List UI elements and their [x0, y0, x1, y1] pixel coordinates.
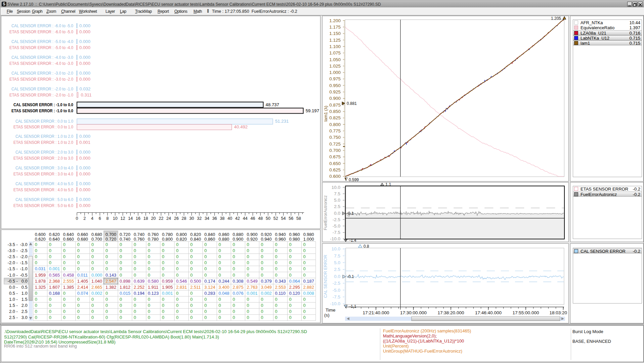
- svg-text:0.680: 0.680: [77, 237, 88, 242]
- svg-text:0: 0: [105, 248, 108, 253]
- svg-text:0: 0: [204, 309, 207, 314]
- svg-text:0: 0: [176, 303, 178, 308]
- svg-text:0.000: 0.000: [79, 29, 90, 34]
- svg-text:-2.5: -2.5: [333, 217, 340, 222]
- svg-text:0.640: 0.640: [49, 237, 60, 242]
- svg-text:0.008: 0.008: [303, 291, 314, 296]
- svg-text:3.0: 3.0: [22, 315, 28, 320]
- svg-text:CAL SENSOR ERROR : 1.0 to 2.0: CAL SENSOR ERROR : 1.0 to 2.0: [15, 134, 73, 139]
- svg-text:0.775: 0.775: [329, 128, 341, 133]
- svg-text:0: 0: [35, 291, 37, 296]
- svg-text:0.000: 0.000: [79, 171, 90, 176]
- svg-text:0: 0: [247, 297, 249, 302]
- svg-text:0: 0: [91, 254, 94, 259]
- svg-text:0: 0: [162, 309, 164, 314]
- svg-text:17:55:00.000: 17:55:00.000: [513, 310, 539, 315]
- svg-text:0: 0: [91, 266, 94, 271]
- svg-text:0.920: 0.920: [247, 237, 257, 242]
- svg-text:0: 0: [261, 254, 263, 259]
- svg-text:42: 42: [235, 216, 240, 221]
- svg-text:0.000: 0.000: [79, 181, 90, 186]
- svg-text:0: 0: [105, 260, 108, 265]
- svg-text:0: 0: [247, 266, 249, 271]
- svg-text:0: 0: [289, 260, 292, 265]
- svg-text:0: 0: [134, 297, 136, 302]
- svg-text:0: 0: [162, 260, 164, 265]
- svg-text:0: 0: [176, 297, 178, 302]
- svg-text:2.295: 2.295: [289, 285, 300, 290]
- svg-text:0: 0: [247, 248, 249, 253]
- svg-text:CAL SENSOR ERROR : -4.0 to -3.: CAL SENSOR ERROR : -4.0 to -3.0: [11, 55, 73, 60]
- svg-text:0: 0: [247, 254, 249, 259]
- svg-text:12: 12: [121, 216, 125, 221]
- svg-text:0: 0: [261, 297, 263, 302]
- svg-text:-10.0: -10.0: [330, 236, 340, 241]
- svg-text:2.5: 2.5: [334, 204, 340, 209]
- svg-text:0: 0: [63, 297, 66, 302]
- svg-text:1.0 -: 1.0 -: [9, 297, 18, 302]
- svg-text:0.700: 0.700: [105, 232, 116, 237]
- svg-text:0: 0: [148, 303, 150, 308]
- svg-text:1.000: 1.000: [329, 70, 341, 75]
- svg-text:0: 0: [218, 309, 221, 314]
- svg-text:0: 0: [190, 303, 192, 308]
- svg-text:0: 0: [77, 260, 80, 265]
- svg-text:0: 0: [232, 266, 235, 271]
- svg-text:0.110: 0.110: [275, 291, 286, 296]
- svg-text:32: 32: [197, 216, 202, 221]
- svg-text:0.048: 0.048: [218, 291, 229, 296]
- svg-text:0.980: 0.980: [289, 237, 300, 242]
- svg-text:0: 0: [204, 273, 207, 278]
- svg-text:0: 0: [218, 266, 221, 271]
- svg-text:0: 0: [105, 309, 108, 314]
- svg-text:ETAS SENSOR ERROR : -2.0 to -1: ETAS SENSOR ERROR : -2.0 to -1.0: [9, 92, 73, 97]
- svg-text:0.750: 0.750: [329, 135, 341, 140]
- svg-text:0: 0: [261, 309, 263, 314]
- svg-text:-7.5: -7.5: [333, 294, 340, 299]
- svg-text:-10.0: -10.0: [330, 301, 340, 306]
- svg-text:0.840: 0.840: [204, 232, 215, 237]
- svg-text:0: 0: [35, 297, 37, 302]
- svg-text:59.197: 59.197: [306, 108, 319, 113]
- svg-text:-3.5 -: -3.5 -: [8, 242, 18, 247]
- svg-text:0.244: 0.244: [218, 279, 229, 284]
- svg-text:1.175: 1.175: [329, 25, 341, 30]
- svg-text:0.549: 0.549: [247, 279, 258, 284]
- svg-text:CAL SENSOR ERROR: CAL SENSOR ERROR: [323, 255, 328, 298]
- svg-text:-1.0: -1.0: [20, 266, 27, 271]
- svg-text:0: 0: [232, 303, 235, 308]
- svg-text:0: 0: [261, 303, 263, 308]
- svg-text:lam1 (λ): lam1 (λ): [323, 106, 328, 122]
- svg-text:0.000: 0.000: [79, 134, 90, 139]
- svg-text:0.780: 0.780: [162, 232, 173, 237]
- svg-text:0: 0: [120, 315, 122, 320]
- svg-text:ETAS SENSOR ERROR : -4.0 to -3: ETAS SENSOR ERROR : -4.0 to -3.0: [9, 61, 73, 66]
- svg-text:0.940: 0.940: [275, 232, 286, 237]
- svg-text:0: 0: [91, 248, 94, 253]
- svg-text:0: 0: [63, 303, 66, 308]
- svg-text:0: 0: [247, 242, 249, 247]
- svg-text:0: 0: [63, 266, 66, 271]
- svg-text:0.074: 0.074: [77, 291, 88, 296]
- svg-text:0: 0: [63, 242, 66, 247]
- svg-text:0.760: 0.760: [148, 232, 159, 237]
- svg-text:0: 0: [91, 242, 94, 247]
- svg-text:-3.0: -3.0: [20, 242, 27, 247]
- svg-text:-1.0 -: -1.0 -: [8, 273, 18, 278]
- svg-text:0.0 -: 0.0 -: [9, 285, 18, 290]
- svg-text:1.025: 1.025: [329, 64, 341, 69]
- svg-text:CAL SENSOR ERROR : -6.0 to -5.: CAL SENSOR ERROR : -6.0 to -5.0: [11, 23, 73, 28]
- svg-text:0: 0: [105, 297, 108, 302]
- svg-text:0: 0: [275, 242, 277, 247]
- svg-text:0: 0: [190, 297, 192, 302]
- svg-text:0.625: 0.625: [329, 167, 341, 172]
- svg-text:ETAS SENSOR ERROR : 3.0 to 4.0: ETAS SENSOR ERROR : 3.0 to 4.0: [13, 171, 73, 176]
- svg-text:52: 52: [273, 216, 278, 221]
- svg-text:2.547: 2.547: [105, 279, 116, 284]
- svg-text:0.000: 0.000: [79, 45, 90, 50]
- svg-text:0.168: 0.168: [49, 291, 60, 296]
- svg-text:0.064: 0.064: [289, 279, 300, 284]
- svg-text:0.820: 0.820: [176, 237, 187, 242]
- svg-text:38: 38: [220, 216, 224, 221]
- svg-text:0.700: 0.700: [329, 148, 341, 153]
